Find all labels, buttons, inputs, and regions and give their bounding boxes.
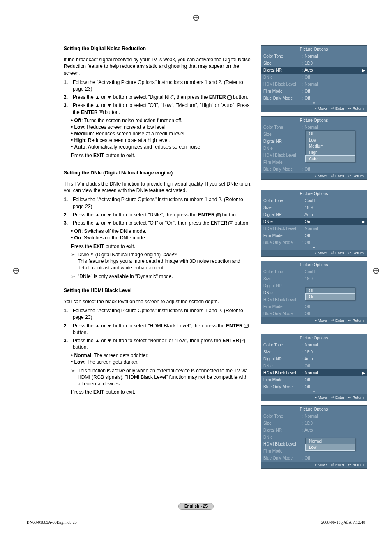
bullet-dnie-on: On: Switches on the DNIe mode. <box>71 235 253 241</box>
note-dnie-tm: DNIe™ (Digital Natural Image engine) DNI… <box>64 251 253 272</box>
step-1: Follow the "Activating Picture Options" … <box>73 79 253 92</box>
step-3: Press the ▲ or ▼ button to select "Norma… <box>73 337 253 351</box>
step-2: Press the ▲ or ▼ button to select "DNIe"… <box>73 211 237 218</box>
note-dnie-dynamic: "DNIe" is only available in "Dynamic" mo… <box>64 273 253 280</box>
popup-item-selected[interactable]: Auto <box>306 156 355 162</box>
step-2: Press the ▲ or ▼ button to select "Digit… <box>73 94 248 100</box>
registration-mark-right: ⊕ <box>372 265 380 276</box>
bullet-off: Off: Turns the screen noise reduction fu… <box>71 117 253 124</box>
osd-popup-digital-nr[interactable]: Off Low Medium High Auto <box>305 130 355 162</box>
intro-hdmi: You can select the black level on the sc… <box>64 298 253 305</box>
bullet-hdmi-normal: Normal: The screen gets brighter. <box>71 352 253 359</box>
enter-icon: ⏎ <box>216 213 221 217</box>
chevron-right-icon: ▶ <box>362 68 365 72</box>
popup-item[interactable]: Off <box>306 288 355 294</box>
step-3: Press the ▲ or ▼ button to select "Off",… <box>73 102 253 115</box>
note-hdmi: This function is active only when an ext… <box>64 367 253 388</box>
popup-item[interactable]: Low <box>306 137 355 143</box>
osd-panel-hdmi-popup: Picture Options Color Tone: Normal Size:… <box>261 405 367 469</box>
bullet-medium: Medium: Reduces screen noise at a medium… <box>71 130 253 137</box>
print-timestamp: 2008-06-13 ¿ÀÈÄ 7:12:48 <box>321 520 365 525</box>
intro-digital-nr: If the broadcast signal received by your… <box>64 56 253 77</box>
heading-dnie: Setting the DNIe (Digital Natural Image … <box>64 169 173 177</box>
popup-item[interactable]: Medium <box>306 143 355 149</box>
osd-popup-dnie[interactable]: Off On <box>305 287 355 300</box>
crop-mark <box>29 29 54 54</box>
enter-icon: ⏎ <box>244 324 249 328</box>
registration-mark-left: ⊕ <box>12 265 20 276</box>
osd-column: Picture Options Color Tone: Normal Size:… <box>261 45 367 469</box>
step-1: Follow the "Activating Picture Options" … <box>73 307 253 320</box>
chevron-right-icon: ▶ <box>362 371 365 375</box>
bullet-dnie-off: Off: Switches off the DNIe mode. <box>71 228 253 235</box>
heading-digital-nr: Setting the Digital Noise Reduction <box>64 45 146 53</box>
exit-note: Press the EXIT button to exit. <box>64 389 253 395</box>
bullet-high: High: Reduces screen noise at a high lev… <box>71 137 253 144</box>
popup-item[interactable]: Normal <box>306 438 355 444</box>
chevron-down-icon: ▼ <box>261 102 367 105</box>
enter-icon: ⏎ <box>99 110 104 114</box>
osd-panel-hdmi-black: Picture Options Color Tone: Normal Size:… <box>261 334 367 401</box>
osd-panel-dnie-popup: Picture Options Color Tone: Cool1 Size: … <box>261 261 367 324</box>
popup-item[interactable]: High <box>306 149 355 156</box>
step-3: Press the ▲ or ▼ button to select "Off" … <box>73 220 249 226</box>
step-1: Follow the "Activating Picture Options" … <box>73 196 253 209</box>
registration-mark-top: ⊕ <box>192 12 200 23</box>
bullet-low: Low: Reduces screen noise at a low level… <box>71 124 253 130</box>
popup-item-selected[interactable]: Low <box>306 444 355 450</box>
step-2: Press the ▲ or ▼ button to select "HDMI … <box>73 323 253 336</box>
indb-filename: BN68-01669A-00Eng.indb 25 <box>27 520 77 525</box>
heading-hdmi-black: Setting the HDMI Black Level <box>64 287 131 295</box>
bullet-auto: Auto: Automatically recognizes and reduc… <box>71 144 253 150</box>
osd-popup-hdmi[interactable]: Normal Low <box>305 438 355 451</box>
dnie-badge: DNIe™ <box>162 252 178 258</box>
osd-title: Picture Options <box>261 46 367 53</box>
exit-note: Press the EXIT button to exit. <box>64 243 253 250</box>
osd-panel-dnie: Picture Options Color Tone: Cool1 Size: … <box>261 190 367 257</box>
popup-item-selected[interactable]: On <box>306 294 355 300</box>
osd-footer: ♦ Move⏎ Enter↩ Return <box>261 105 367 112</box>
chevron-right-icon: ▶ <box>362 219 365 224</box>
osd-row-selected[interactable]: DNIe: On▶ <box>261 218 367 225</box>
popup-item[interactable]: Off <box>306 131 355 137</box>
enter-icon: ⏎ <box>228 221 233 225</box>
manual-text-column: Setting the Digital Noise Reduction If t… <box>64 45 253 469</box>
osd-panel-digital-nr-popup: Picture Options Color Tone: Normal Size … <box>261 116 367 180</box>
osd-row-selected[interactable]: Digital NR: Auto▶ <box>261 67 367 74</box>
exit-note: Press the EXIT button to exit. <box>64 152 253 159</box>
osd-panel-digital-nr: Picture Options Color Tone: Normal Size:… <box>261 45 367 112</box>
enter-icon: ⏎ <box>227 95 232 100</box>
intro-dnie: This TV includes the DNIe function to pr… <box>64 181 253 194</box>
bullet-hdmi-low: Low: The screen gets darker. <box>71 359 253 365</box>
osd-row-selected[interactable]: HDMI Black Level: Normal▶ <box>261 369 367 376</box>
page-footer: English - 25 <box>178 503 214 510</box>
enter-icon: ⏎ <box>240 339 245 343</box>
